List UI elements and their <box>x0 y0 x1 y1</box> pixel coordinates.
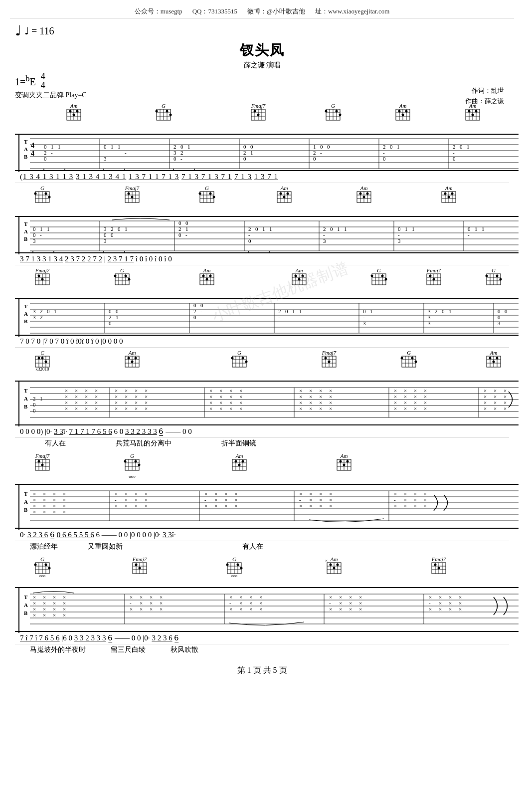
svg-text:×: × <box>130 606 133 612</box>
svg-text:-: - <box>248 232 250 238</box>
svg-text:×: × <box>349 600 352 606</box>
svg-text:1: 1 <box>370 308 373 314</box>
svg-text:×: × <box>53 503 56 509</box>
tempo-note-icon: ♩ <box>15 22 21 39</box>
svg-text:1: 1 <box>269 226 272 232</box>
svg-text:×: × <box>125 497 128 503</box>
svg-text:×: × <box>249 600 252 606</box>
svg-text:×: × <box>145 400 148 406</box>
svg-text:×: × <box>484 406 487 411</box>
row-1: Am G <box>15 103 509 183</box>
svg-text:×: × <box>115 406 118 411</box>
svg-text:×: × <box>239 388 242 394</box>
svg-text:0: 0 <box>109 308 112 314</box>
svg-text:2: 2 <box>180 150 183 156</box>
svg-text:×: × <box>33 594 36 600</box>
svg-text:1: 1 <box>40 226 43 232</box>
composer: 作曲：薛之谦 <box>465 96 504 107</box>
chords-row-1-svg: Am G <box>15 103 519 134</box>
lyrics-4: 有人在 兵荒马乱的分离中 折半面铜镜 <box>15 438 509 451</box>
svg-text:G: G <box>205 185 209 191</box>
svg-text:Fmaj7: Fmaj7 <box>431 556 446 562</box>
svg-text:×: × <box>414 406 417 411</box>
svg-text:Fmaj7: Fmaj7 <box>125 185 140 191</box>
svg-text:-: - <box>51 150 53 156</box>
svg-text:×: × <box>214 497 217 503</box>
svg-text:0: 0 <box>180 144 183 150</box>
svg-text:×: × <box>53 606 56 612</box>
svg-point-567 <box>235 460 237 463</box>
svg-text:0: 0 <box>104 232 107 238</box>
svg-text:×: × <box>53 600 56 606</box>
svg-point-143 <box>131 196 134 199</box>
svg-text:T: T <box>24 594 28 600</box>
svg-text:×: × <box>33 509 36 515</box>
svg-text:×: × <box>224 491 227 497</box>
svg-text:0: 0 <box>390 144 393 150</box>
svg-text:×: × <box>224 497 227 503</box>
svg-text:×: × <box>459 600 462 606</box>
svg-text:3: 3 <box>498 320 501 326</box>
svg-text:×: × <box>214 491 217 497</box>
svg-point-316 <box>500 278 502 281</box>
svg-text:0: 0 <box>47 308 50 314</box>
svg-text:T: T <box>24 139 28 145</box>
svg-text:B: B <box>24 318 28 324</box>
svg-text:2: 2 <box>111 226 114 232</box>
svg-text:G: G <box>162 103 166 109</box>
svg-text:0: 0 <box>250 144 253 150</box>
svg-point-9 <box>76 110 79 113</box>
svg-text:×: × <box>329 606 332 612</box>
svg-point-276 <box>206 278 208 281</box>
svg-point-677 <box>139 567 141 570</box>
svg-text:×: × <box>239 406 242 411</box>
svg-text:×: × <box>115 503 118 509</box>
svg-point-161 <box>280 193 282 195</box>
svg-point-257 <box>41 278 44 281</box>
svg-point-151 <box>199 193 201 195</box>
svg-text:0: 0 <box>243 144 246 150</box>
svg-text:0: 0 <box>178 232 181 238</box>
svg-text:Am: Am <box>235 453 243 459</box>
svg-text:0: 0 <box>185 220 188 226</box>
svg-text:Am: Am <box>70 103 78 109</box>
svg-text:-: - <box>130 600 132 606</box>
svg-point-182 <box>448 196 450 199</box>
svg-text:×: × <box>63 503 66 509</box>
svg-point-558 <box>138 464 141 466</box>
svg-text:×: × <box>449 606 452 612</box>
svg-point-36 <box>325 110 328 113</box>
svg-text:×: × <box>95 400 98 406</box>
svg-text:×: × <box>33 606 36 612</box>
svg-text:1: 1 <box>475 226 478 232</box>
svg-text:0: 0 <box>193 314 196 320</box>
row-5: Fmaj7 G ooo Am <box>15 453 509 554</box>
svg-text:×: × <box>204 503 207 509</box>
svg-point-557 <box>135 460 137 463</box>
svg-point-306 <box>433 278 435 281</box>
svg-point-416 <box>401 357 403 360</box>
svg-text:ooo: ooo <box>231 574 237 578</box>
svg-text:0: 0 <box>383 156 386 162</box>
svg-text:2: 2 <box>313 150 316 156</box>
svg-text:×: × <box>404 497 407 503</box>
svg-text:T: T <box>24 303 28 309</box>
svg-text:×: × <box>229 606 232 612</box>
svg-text:B: B <box>24 610 28 616</box>
svg-text:1: 1 <box>467 144 470 150</box>
svg-text:×: × <box>319 497 322 503</box>
svg-text:×: × <box>63 509 66 515</box>
svg-point-296 <box>381 275 384 277</box>
svg-text:×: × <box>53 612 56 618</box>
header-bar: 公众号：musegtp QQ：731335515 微博：@小叶歌吉他 址：www… <box>10 5 514 18</box>
svg-text:×: × <box>439 594 442 600</box>
lyricist: 作词：乱世 <box>465 86 504 96</box>
svg-text:×: × <box>404 503 407 509</box>
lyrics-5: 漂泊经年 又重圆如新 有人在 <box>15 541 509 554</box>
svg-text:×: × <box>319 394 322 400</box>
svg-text:×: × <box>239 594 242 600</box>
svg-text:×: × <box>75 400 78 406</box>
svg-text:×: × <box>319 406 322 411</box>
svg-point-17 <box>156 110 158 113</box>
tempo-line: ♩ ♩ = 116 <box>15 22 514 39</box>
